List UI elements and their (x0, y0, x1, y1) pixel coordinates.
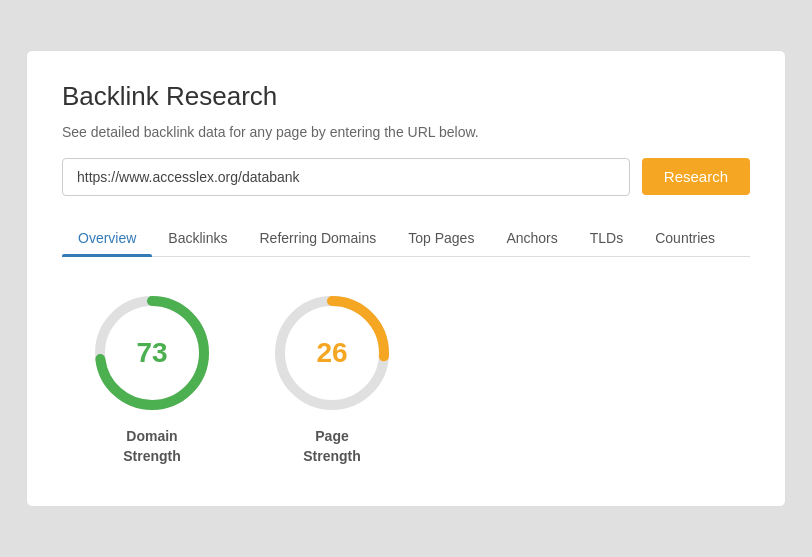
tab-top-pages[interactable]: Top Pages (392, 220, 490, 256)
research-button[interactable]: Research (642, 158, 750, 195)
tab-anchors[interactable]: Anchors (490, 220, 573, 256)
circle-page-strength: 26 (272, 293, 392, 413)
tab-referring-domains[interactable]: Referring Domains (244, 220, 393, 256)
metric-label-page-strength: PageStrength (303, 427, 361, 466)
metric-page-strength: 26 PageStrength (272, 293, 392, 466)
search-row: Research (62, 158, 750, 196)
metric-domain-strength: 73 DomainStrength (92, 293, 212, 466)
tab-countries[interactable]: Countries (639, 220, 731, 256)
tab-tlds[interactable]: TLDs (574, 220, 639, 256)
circle-domain-strength: 73 (92, 293, 212, 413)
tab-overview[interactable]: Overview (62, 220, 152, 256)
tab-backlinks[interactable]: Backlinks (152, 220, 243, 256)
main-card: Backlink Research See detailed backlink … (26, 50, 786, 507)
circle-value-page-strength: 26 (316, 337, 347, 369)
page-title: Backlink Research (62, 81, 750, 112)
circle-value-domain-strength: 73 (136, 337, 167, 369)
metrics-row: 73 DomainStrength 26 PageStrength (62, 293, 750, 466)
subtitle: See detailed backlink data for any page … (62, 124, 750, 140)
metric-label-domain-strength: DomainStrength (123, 427, 181, 466)
tabs-nav: OverviewBacklinksReferring DomainsTop Pa… (62, 220, 750, 257)
url-input[interactable] (62, 158, 630, 196)
